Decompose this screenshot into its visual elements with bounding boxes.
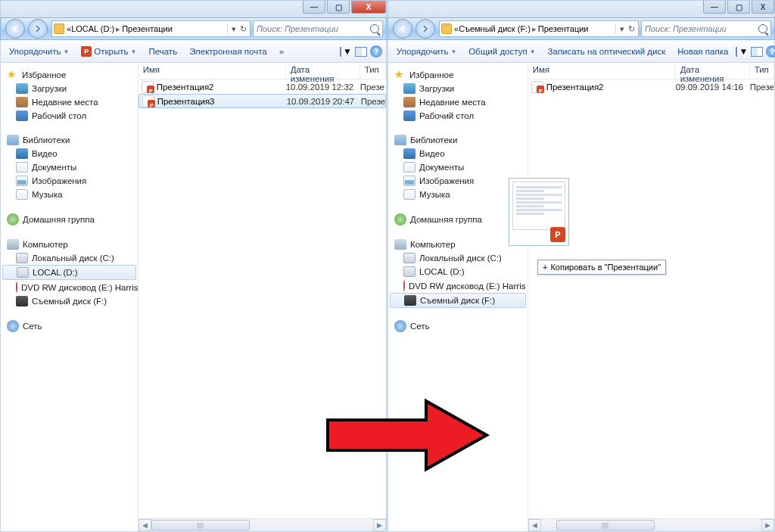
drag-preview: P — [509, 178, 569, 246]
chevron-icon[interactable]: ▸ — [116, 24, 120, 34]
email-button[interactable]: Электронная почта — [184, 44, 272, 59]
col-date[interactable]: Дата изменения — [676, 63, 750, 79]
nav-cdrive[interactable]: Локальный диск (C:) — [1, 251, 138, 265]
breadcrumb[interactable]: « LOCAL (D:) ▸ Презентации ▾ ↻ — [51, 20, 251, 37]
nav-network[interactable]: Сеть — [1, 319, 138, 334]
scroll-left-icon[interactable]: ◀ — [139, 519, 151, 531]
view-button[interactable]: ▼ — [339, 45, 353, 58]
bc-p1[interactable]: Съемный диск (F:) — [459, 24, 531, 33]
nav-music[interactable]: Музыка — [388, 188, 528, 201]
refresh-icon[interactable]: ↻ — [626, 24, 636, 34]
search-icon — [758, 24, 767, 33]
col-date[interactable]: Дата изменения — [286, 63, 360, 79]
organize-button[interactable]: Упорядочить▼ — [391, 44, 462, 59]
nav-fdrive[interactable]: Съемный диск (F:) — [390, 293, 526, 308]
nav-homegroup[interactable]: Домашняя группа — [1, 212, 138, 227]
organize-button[interactable]: Упорядочить▼ — [4, 44, 74, 59]
nav-computer[interactable]: Компьютер — [1, 238, 138, 251]
open-button[interactable]: PОткрыть▼ — [76, 43, 142, 60]
star-icon — [7, 69, 18, 80]
scroll-track[interactable] — [151, 519, 373, 531]
nav-fwd-button[interactable] — [416, 19, 435, 39]
col-name[interactable]: Имя — [528, 63, 676, 79]
nav-cdrive[interactable]: Локальный диск (C:) — [388, 251, 528, 265]
chevron-down-icon[interactable]: ▾ — [615, 24, 626, 34]
minimize-button[interactable]: — — [303, 1, 325, 14]
nav-recent[interactable]: Недавние места — [1, 95, 138, 109]
scroll-thumb[interactable] — [556, 520, 655, 530]
nav-desktop[interactable]: Рабочий стол — [1, 109, 138, 123]
nav-back-button[interactable] — [393, 19, 412, 39]
nav-libraries[interactable]: Библиотеки — [388, 133, 528, 147]
maximize-button[interactable]: ▢ — [327, 1, 350, 14]
col-name[interactable]: Имя — [139, 63, 286, 79]
nav-downloads[interactable]: Загрузки — [388, 82, 528, 95]
nav-dvd[interactable]: DVD RW дисковод (E:) Harris Docum — [1, 280, 138, 294]
nav-ddrive[interactable]: LOCAL (D:) — [2, 265, 136, 280]
burn-button[interactable]: Записать на оптический диск — [543, 44, 671, 59]
nav-fwd-button[interactable] — [28, 19, 48, 39]
search-input[interactable]: Поиск: Презентации — [253, 20, 383, 37]
bc-p2[interactable]: Презентации — [538, 24, 589, 33]
nav-libraries[interactable]: Библиотеки — [1, 133, 138, 147]
nav-documents[interactable]: Документы — [388, 160, 528, 174]
minimize-button[interactable]: — — [703, 1, 726, 14]
new-folder-button[interactable]: Новая папка — [672, 44, 733, 59]
nav-back-button[interactable] — [5, 19, 25, 39]
bc-p1[interactable]: LOCAL (D:) — [71, 24, 114, 33]
nav-video[interactable]: Видео — [388, 147, 528, 160]
nav-desktop[interactable]: Рабочий стол — [388, 109, 528, 123]
close-button[interactable]: X — [351, 1, 386, 14]
col-type[interactable]: Тип — [750, 63, 774, 79]
preview-pane-button[interactable] — [750, 45, 764, 58]
nav-computer[interactable]: Компьютер — [388, 238, 528, 251]
share-button[interactable]: Общий доступ▼ — [463, 44, 540, 59]
chevron-icon[interactable]: ▸ — [532, 24, 537, 34]
file-row[interactable]: Презентация2 10.09.2019 12:32 Презе — [139, 79, 386, 94]
preview-pane-button[interactable] — [354, 45, 368, 58]
nav-recent[interactable]: Недавние места — [388, 95, 528, 109]
scroll-left-icon[interactable]: ◀ — [528, 519, 541, 531]
nav-fdrive[interactable]: Съемный диск (F:) — [1, 294, 138, 308]
nav-ddrive[interactable]: LOCAL (D:) — [388, 265, 528, 278]
search-icon — [370, 24, 379, 33]
breadcrumb[interactable]: « Съемный диск (F:) ▸ Презентации ▾ ↻ — [439, 20, 639, 37]
h-scrollbar[interactable]: ◀ ▶ — [528, 518, 774, 531]
file-name: Презентация3 — [157, 97, 215, 106]
scroll-right-icon[interactable]: ▶ — [761, 519, 774, 531]
nav-downloads[interactable]: Загрузки — [1, 82, 138, 95]
nav-dvd[interactable]: DVD RW дисковод (E:) Harris Docu — [388, 278, 528, 293]
file-row[interactable]: Презентация2 09.09.2019 14:16 Презе — [528, 79, 774, 94]
view-button[interactable]: ▼ — [735, 45, 749, 58]
col-type[interactable]: Тип — [360, 63, 386, 79]
h-scrollbar[interactable]: ◀ ▶ — [139, 518, 386, 531]
scroll-track[interactable] — [541, 519, 761, 531]
maximize-button[interactable]: ▢ — [727, 1, 750, 14]
help-button[interactable]: ? — [369, 45, 383, 58]
scroll-right-icon[interactable]: ▶ — [373, 519, 386, 531]
nav-network[interactable]: Сеть — [388, 319, 528, 334]
scroll-thumb[interactable] — [151, 520, 250, 530]
nav-music[interactable]: Музыка — [1, 188, 138, 201]
nav-documents[interactable]: Документы — [1, 160, 138, 174]
nav-homegroup[interactable]: Домашняя группа — [388, 212, 528, 227]
nav-pictures[interactable]: Изображения — [1, 174, 138, 188]
close-button[interactable]: X — [752, 1, 774, 14]
file-row[interactable]: Презентация3 10.09.2019 20:47 Презе — [139, 94, 386, 108]
print-button[interactable]: Печать — [143, 44, 182, 59]
nav-favorites[interactable]: Избранное — [1, 67, 138, 82]
refresh-icon[interactable]: ↻ — [238, 24, 248, 34]
chevron-down-icon[interactable]: ▾ — [227, 24, 238, 34]
documents-icon — [16, 162, 28, 173]
nav-favorites[interactable]: Избранное — [388, 67, 528, 82]
nav-pictures[interactable]: Изображения — [388, 174, 528, 188]
drag-tooltip: + Копировать в "Презентации" — [537, 260, 666, 275]
help-button[interactable]: ? — [765, 45, 775, 58]
nav-video[interactable]: Видео — [1, 147, 138, 160]
more-button[interactable]: » — [274, 44, 289, 59]
homegroup-icon — [7, 213, 19, 226]
folder-icon — [54, 23, 64, 34]
search-input[interactable]: Поиск: Презентации — [641, 20, 771, 37]
bc-p2[interactable]: Презентации — [122, 24, 173, 33]
dvd-icon — [16, 282, 17, 293]
